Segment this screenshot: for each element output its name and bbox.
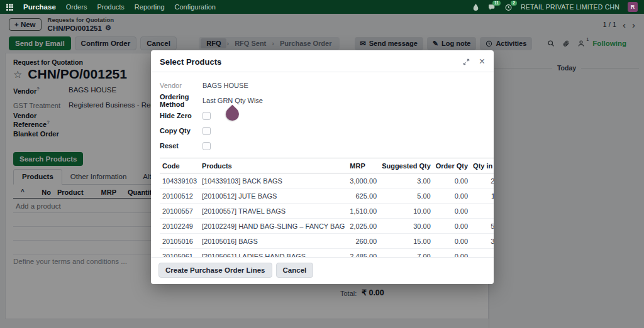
modal-body: Vendor BAGS HOUSE Ordering Method Last G…: [151, 72, 494, 257]
menu-products[interactable]: Products: [97, 3, 124, 11]
copy-qty-checkbox[interactable]: [203, 127, 211, 135]
cell-suggested-qty: 30.00: [379, 219, 433, 234]
modal-vendor-value[interactable]: BAGS HOUSE: [203, 82, 248, 89]
menu-reporting[interactable]: Reporting: [135, 3, 165, 11]
cell-code: 20100512: [160, 189, 199, 204]
column-mrp[interactable]: MRP: [347, 158, 379, 173]
cell-mrp: 3,000.00: [347, 173, 379, 189]
cell-suggested-qty: 10.00: [379, 204, 433, 219]
menu-purchase[interactable]: Purchase: [23, 3, 56, 11]
modal-field-copy-qty: Copy Qty: [160, 123, 485, 138]
product-row[interactable]: 20105016 [20105016] BAGS 260.00 15.00 0.…: [160, 234, 494, 249]
cell-qty-in-hand: 248.00: [470, 173, 494, 189]
cell-product: [20102249] HAND BAG-SLING – FANCY BAG: [199, 219, 347, 234]
cell-mrp: 2,485.00: [347, 249, 379, 258]
user-avatar[interactable]: R: [628, 2, 638, 12]
cell-mrp: 625.00: [347, 189, 379, 204]
modal-header: Select Products ×: [151, 50, 494, 72]
cell-mrp: 2,025.00: [347, 219, 379, 234]
cell-suggested-qty: 3.00: [379, 173, 433, 189]
cell-code: 20102249: [160, 219, 199, 234]
cell-order-qty: 0.00: [433, 234, 470, 249]
top-navbar: Purchase Orders Products Reporting Confi…: [0, 0, 644, 14]
close-icon[interactable]: ×: [479, 57, 485, 67]
modal-field-reset: Reset: [160, 138, 485, 153]
cell-product: [20100557] TRAVEL BAGS: [199, 204, 347, 219]
messages-badge: 11: [492, 1, 501, 6]
expand-icon[interactable]: [463, 58, 470, 65]
ordering-method-label: Ordering Method: [160, 93, 203, 108]
cell-product: [104339103] BACK BAGS: [199, 173, 347, 189]
cell-qty-in-hand: 357.00: [470, 234, 494, 249]
reset-checkbox[interactable]: [203, 142, 211, 150]
modal-field-hide-zero: Hide Zero: [160, 108, 485, 123]
activities-clock-icon[interactable]: 2: [504, 3, 513, 11]
product-row[interactable]: 20105061 [20105061] LADIES HAND BAGS 2,4…: [160, 249, 494, 258]
column-qty-in-hand[interactable]: Qty in Hand: [470, 158, 494, 173]
cell-order-qty: 0.00: [433, 204, 470, 219]
cell-product: [20105061] LADIES HAND BAGS: [199, 249, 347, 258]
column-code[interactable]: Code: [160, 158, 199, 173]
cell-product: [20105016] BAGS: [199, 234, 347, 249]
cell-code: 20100557: [160, 204, 199, 219]
cell-order-qty: 0.00: [433, 219, 470, 234]
activities-badge: 2: [511, 1, 517, 6]
modal-footer: Create Purchase Order Lines Cancel: [151, 257, 494, 284]
modal-field-ordering-method: Ordering Method Last GRN Qty Wise: [160, 93, 485, 108]
column-products[interactable]: Products: [199, 158, 347, 173]
messages-icon[interactable]: 11: [488, 3, 496, 11]
cell-code: 20105061: [160, 249, 199, 258]
apps-grid-icon[interactable]: [6, 4, 13, 11]
ordering-method-select[interactable]: Last GRN Qty Wise: [203, 97, 263, 104]
product-row[interactable]: 20100557 [20100557] TRAVEL BAGS 1,510.00…: [160, 204, 494, 219]
cell-order-qty: 0.00: [433, 189, 470, 204]
create-purchase-order-lines-button[interactable]: Create Purchase Order Lines: [158, 263, 272, 278]
reset-label: Reset: [160, 142, 203, 150]
cell-qty-in-hand: 115.00: [470, 189, 494, 204]
products-table-header: Code Products MRP Suggested Qty Order Qt…: [160, 158, 494, 173]
cell-mrp: 1,510.00: [347, 204, 379, 219]
cell-suggested-qty: 5.00: [379, 189, 433, 204]
cell-qty-in-hand: 585.00: [470, 219, 494, 234]
select-products-modal: Select Products × Vendor BAGS HOUSE Orde…: [151, 50, 494, 284]
modal-vendor-label: Vendor: [160, 82, 203, 89]
drop-icon[interactable]: [472, 3, 480, 11]
product-row[interactable]: 20100512 [20100512] JUTE BAGS 625.00 5.0…: [160, 189, 494, 204]
product-row[interactable]: 20102249 [20102249] HAND BAG-SLING – FAN…: [160, 219, 494, 234]
cell-suggested-qty: 15.00: [379, 234, 433, 249]
products-table: Code Products MRP Suggested Qty Order Qt…: [160, 158, 494, 257]
cell-code: 20105016: [160, 234, 199, 249]
cell-order-qty: 0.00: [433, 173, 470, 189]
cell-mrp: 260.00: [347, 234, 379, 249]
cell-product: [20100512] JUTE BAGS: [199, 189, 347, 204]
menu-configuration[interactable]: Configuration: [175, 3, 216, 11]
menu-orders[interactable]: Orders: [66, 3, 87, 11]
modal-field-vendor: Vendor BAGS HOUSE: [160, 78, 485, 93]
modal-cancel-button[interactable]: Cancel: [276, 263, 314, 278]
cell-suggested-qty: 7.00: [379, 249, 433, 258]
cell-qty-in-hand: 20.00: [470, 204, 494, 219]
cell-order-qty: 0.00: [433, 249, 470, 258]
column-suggested-qty[interactable]: Suggested Qty: [379, 158, 433, 173]
product-row[interactable]: 104339103 [104339103] BACK BAGS 3,000.00…: [160, 173, 494, 189]
company-switcher[interactable]: RETAIL PRIVATE LIMITED CHN: [521, 3, 619, 11]
copy-qty-label: Copy Qty: [160, 127, 203, 134]
modal-title: Select Products: [160, 57, 221, 67]
cell-code: 104339103: [160, 173, 199, 189]
hide-zero-label: Hide Zero: [160, 112, 203, 119]
cell-qty-in-hand: 43.00: [470, 249, 494, 258]
hide-zero-checkbox[interactable]: [203, 112, 211, 120]
odoo-purchase-app: Purchase Orders Products Reporting Confi…: [0, 0, 644, 328]
column-order-qty[interactable]: Order Qty: [433, 158, 470, 173]
